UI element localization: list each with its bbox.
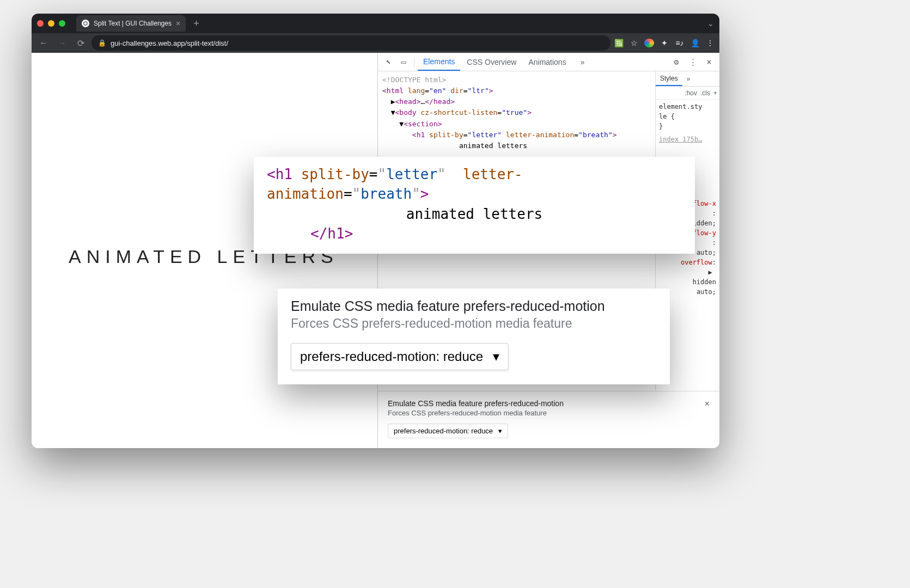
window-zoom-button[interactable] bbox=[59, 20, 65, 27]
reading-list-icon[interactable]: ≡♪ bbox=[675, 39, 685, 47]
callout-code-text: animated letters bbox=[267, 204, 682, 224]
rule-element-style-2: le { bbox=[659, 112, 716, 121]
tab-title: Split Text | GUI Challenges bbox=[94, 20, 172, 27]
callout-code-line1: <h1 split-by="letter" letter-animation="… bbox=[267, 164, 682, 204]
chevron-down-icon: ▾ bbox=[498, 427, 502, 435]
styles-cls-button[interactable]: .cls bbox=[700, 89, 710, 97]
devtools-tab-bar: ⬉ ▭ Elements CSS Overview Animations » ⚙… bbox=[378, 53, 719, 71]
devtools-menu-icon[interactable]: ⋮ bbox=[686, 57, 700, 67]
devtools-tab-css-overview[interactable]: CSS Overview bbox=[461, 53, 522, 71]
bookmark-star-icon[interactable]: ☆ bbox=[629, 39, 639, 47]
lock-icon: 🔒 bbox=[98, 39, 106, 47]
rendering-drawer: × Emulate CSS media feature prefers-redu… bbox=[378, 391, 719, 448]
callout-rendering-zoom: Emulate CSS media feature prefers-reduce… bbox=[278, 289, 670, 384]
callout-rendering-title: Emulate CSS media feature prefers-reduce… bbox=[291, 298, 657, 314]
dom-head: ▶<head>…</head> bbox=[378, 96, 655, 107]
devtools-tab-elements[interactable]: Elements bbox=[418, 53, 460, 71]
separator bbox=[414, 57, 414, 68]
rendering-option-select[interactable]: prefers-reduced-motion: reduce ▾ bbox=[388, 424, 508, 438]
nav-forward-button[interactable]: → bbox=[54, 38, 70, 48]
tab-close-icon[interactable]: × bbox=[176, 19, 180, 28]
rule-element-style-1: element.sty bbox=[659, 102, 716, 112]
dom-h1-text: animated letters bbox=[378, 140, 655, 151]
rule-source-link[interactable]: index 175b… bbox=[659, 134, 716, 144]
styles-hov-button[interactable]: :hov bbox=[685, 89, 697, 97]
callout-rendering-select[interactable]: prefers-reduced-motion: reduce ▾ bbox=[291, 343, 509, 370]
styles-filter-row: :hov .cls + bbox=[656, 87, 719, 100]
styles-tab-styles[interactable]: Styles bbox=[656, 71, 682, 86]
window-traffic-lights bbox=[37, 20, 65, 27]
inspect-element-icon[interactable]: ⬉ bbox=[381, 57, 395, 67]
dom-section-open: ▼<section> bbox=[378, 119, 655, 130]
callout-rendering-subtitle: Forces CSS prefers-reduced-motion media … bbox=[291, 316, 657, 331]
chrome-tab-strip: ⬡ Split Text | GUI Challenges × + ⌄ bbox=[32, 14, 719, 33]
dom-doctype: <!DOCTYPE html> bbox=[378, 75, 655, 85]
chrome-menu-icon[interactable]: ⋮ bbox=[705, 39, 715, 47]
chrome-toolbar: ← → ⟳ 🔒 gui-challenges.web.app/split-tex… bbox=[32, 33, 719, 53]
callout-code-zoom: <h1 split-by="letter" letter-animation="… bbox=[254, 157, 695, 254]
styles-add-rule-icon[interactable]: + bbox=[713, 89, 717, 97]
nav-back-button[interactable]: ← bbox=[36, 38, 51, 48]
dom-body-open: ▼<body cz-shortcut-listen="true"> bbox=[378, 107, 655, 118]
rendering-option-title: Emulate CSS media feature prefers-reduce… bbox=[388, 399, 710, 408]
chevron-down-icon: ▾ bbox=[493, 349, 499, 364]
tab-favicon-icon: ⬡ bbox=[82, 20, 89, 27]
rule-element-style-3: } bbox=[659, 121, 716, 131]
devtools-close-icon[interactable]: × bbox=[702, 57, 716, 67]
url-text: gui-challenges.web.app/split-text/dist/ bbox=[111, 39, 228, 47]
dom-html-open: <html lang="en" dir="ltr"> bbox=[378, 85, 655, 96]
window-minimize-button[interactable] bbox=[48, 20, 54, 27]
extensions-puzzle-icon[interactable]: ✦ bbox=[659, 39, 669, 47]
nav-reload-button[interactable]: ⟳ bbox=[73, 38, 88, 48]
browser-tab-active[interactable]: ⬡ Split Text | GUI Challenges × bbox=[76, 15, 186, 32]
new-tab-button[interactable]: + bbox=[190, 18, 203, 29]
styles-tabs: Styles » bbox=[656, 71, 719, 87]
device-toolbar-icon[interactable]: ▭ bbox=[396, 57, 411, 67]
callout-code-close: </h1> bbox=[267, 224, 682, 243]
translate-icon[interactable]: 🈯 bbox=[614, 39, 624, 47]
rendering-option-value: prefers-reduced-motion: reduce bbox=[394, 427, 493, 435]
address-bar[interactable]: 🔒 gui-challenges.web.app/split-text/dist… bbox=[91, 35, 610, 51]
callout-rendering-value: prefers-reduced-motion: reduce bbox=[300, 349, 483, 364]
styles-tab-overflow-icon[interactable]: » bbox=[682, 71, 695, 86]
devtools-settings-icon[interactable]: ⚙ bbox=[669, 57, 683, 67]
profile-avatar-icon[interactable]: 👤 bbox=[690, 39, 700, 47]
chevron-down-icon[interactable]: ⌄ bbox=[707, 19, 714, 28]
extension-colorball-icon[interactable] bbox=[644, 39, 654, 47]
dom-h1-open: <h1 split-by="letter" letter-animation="… bbox=[378, 130, 655, 140]
extension-icons: 🈯 ☆ ✦ ≡♪ 👤 ⋮ bbox=[614, 39, 715, 47]
window-close-button[interactable] bbox=[37, 20, 44, 27]
drawer-close-icon[interactable]: × bbox=[705, 399, 710, 409]
rendering-option-subtitle: Forces CSS prefers-reduced-motion media … bbox=[388, 409, 710, 417]
devtools-tab-overflow-icon[interactable]: » bbox=[575, 53, 590, 71]
devtools-tab-animations[interactable]: Animations bbox=[523, 53, 571, 71]
